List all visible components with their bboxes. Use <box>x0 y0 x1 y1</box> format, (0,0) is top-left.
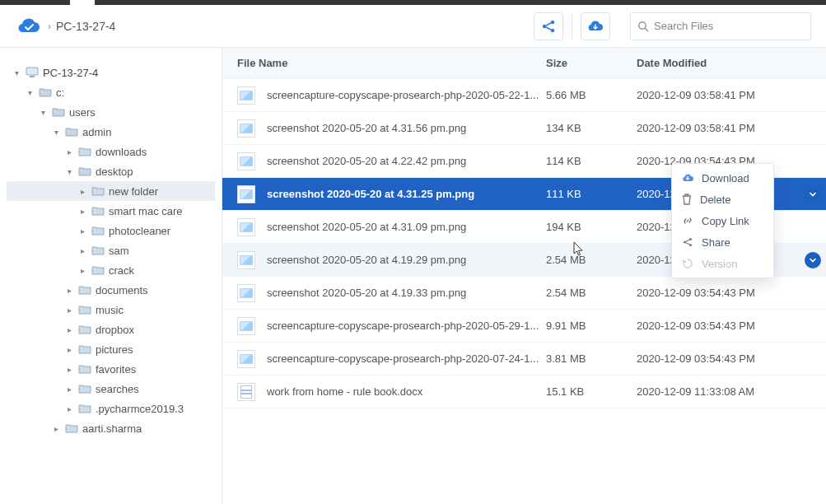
caret-down-icon[interactable]: ▾ <box>38 108 48 117</box>
tree-node-pycharm[interactable]: ▸ .pycharmce2019.3 <box>7 399 215 418</box>
svg-rect-5 <box>30 76 35 77</box>
tree-node-newfolder[interactable]: ▸ new folder <box>7 181 215 201</box>
caret-right-icon[interactable]: ▸ <box>51 424 61 433</box>
tree-label: crack <box>109 264 134 277</box>
breadcrumb-root[interactable]: PC-13-27-4 <box>56 20 115 33</box>
tree-label: admin <box>82 126 111 138</box>
tree-label: searches <box>96 383 139 395</box>
search-icon <box>637 21 649 32</box>
history-icon <box>682 258 693 269</box>
menu-item-version: Version <box>672 253 773 274</box>
file-row[interactable]: work from home - rule book.docx 15.1 KB … <box>222 376 826 408</box>
file-name: screencapture-copyscape-prosearch-php-20… <box>267 89 539 101</box>
caret-right-icon[interactable]: ▸ <box>64 325 74 334</box>
column-header-name[interactable]: File Name <box>222 57 546 69</box>
file-row[interactable]: screenshot 2020-05-20 at 4.31.56 pm.png … <box>222 112 826 145</box>
caret-down-icon[interactable]: ▾ <box>51 128 61 137</box>
caret-right-icon[interactable]: ▸ <box>64 385 74 394</box>
menu-item-share[interactable]: Share <box>672 231 773 253</box>
image-thumbnail-icon <box>237 218 255 236</box>
tree-node-c[interactable]: ▾ c: <box>7 82 215 102</box>
caret-down-icon[interactable]: ▾ <box>12 68 21 77</box>
caret-right-icon[interactable]: ▸ <box>77 207 87 216</box>
folder-open-icon <box>77 166 92 176</box>
active-tab-indicator <box>70 0 95 5</box>
cloud-download-icon <box>587 20 604 33</box>
tree-node-favorites[interactable]: ▸ favorites <box>7 359 215 379</box>
caret-right-icon[interactable]: ▸ <box>64 306 74 315</box>
tree-node-music[interactable]: ▸ music <box>7 300 215 320</box>
file-row[interactable]: screencapture-copyscape-prosearch-php-20… <box>222 79 826 112</box>
svg-point-0 <box>543 24 546 27</box>
file-row[interactable]: screencapture-copyscape-prosearch-php-20… <box>222 343 826 376</box>
tree-node-admin[interactable]: ▾ admin <box>7 122 215 142</box>
tree-node-documents[interactable]: ▸ documents <box>7 280 215 300</box>
tree-node-pc[interactable]: ▾ PC-13-27-4 <box>7 63 215 82</box>
caret-right-icon[interactable]: ▸ <box>64 404 74 413</box>
tree-node-photocleaner[interactable]: ▸ photocleaner <box>7 221 215 240</box>
folder-icon <box>77 344 92 354</box>
tree-node-pictures[interactable]: ▸ pictures <box>7 339 215 359</box>
caret-right-icon[interactable]: ▸ <box>77 246 87 255</box>
tree-node-sam[interactable]: ▸ sam <box>7 240 215 260</box>
row-actions-toggle[interactable] <box>805 186 821 203</box>
image-thumbnail-icon <box>237 350 255 368</box>
tree-node-searches[interactable]: ▸ searches <box>7 379 215 399</box>
columns-header: File Name Size Date Modified <box>222 48 826 79</box>
file-size: 2.54 MB <box>546 254 637 266</box>
caret-right-icon[interactable]: ▸ <box>77 266 87 275</box>
tree-node-downloads[interactable]: ▸ downloads <box>7 142 215 161</box>
tree-label: users <box>69 106 96 119</box>
folder-icon <box>91 226 105 236</box>
caret-down-icon[interactable]: ▾ <box>64 167 74 176</box>
tree-node-dropbox[interactable]: ▸ dropbox <box>7 320 215 339</box>
tree-node-aarti[interactable]: ▸ aarti.sharma <box>7 418 215 438</box>
menu-label: Copy Link <box>702 215 749 227</box>
caret-right-icon[interactable]: ▸ <box>64 345 74 354</box>
file-size: 114 KB <box>546 155 637 167</box>
tree-node-users[interactable]: ▾ users <box>7 102 215 122</box>
search-box[interactable] <box>630 12 811 40</box>
caret-down-icon[interactable]: ▾ <box>25 88 35 97</box>
share-button[interactable] <box>534 12 563 40</box>
cloud-logo-icon <box>15 13 41 40</box>
folder-icon <box>91 245 105 255</box>
menu-item-delete[interactable]: Delete <box>672 189 773 210</box>
caret-right-icon[interactable]: ▸ <box>77 187 87 196</box>
image-thumbnail-icon <box>237 152 255 170</box>
file-row[interactable]: screencapture-copyscape-prosearch-php-20… <box>222 310 826 343</box>
file-name: work from home - rule book.docx <box>267 385 422 398</box>
search-input[interactable] <box>654 20 804 32</box>
image-thumbnail-icon <box>237 86 255 105</box>
cloud-download-button[interactable] <box>581 12 610 40</box>
tree-node-smartmaccare[interactable]: ▸ smart mac care <box>7 201 215 221</box>
svg-point-3 <box>639 21 646 28</box>
caret-right-icon[interactable]: ▸ <box>64 365 74 374</box>
folder-icon <box>91 186 105 196</box>
caret-right-icon[interactable]: ▸ <box>64 286 74 295</box>
share-nodes-icon <box>541 19 556 34</box>
tree-label: aarti.sharma <box>82 422 142 435</box>
column-header-size[interactable]: Size <box>546 57 637 69</box>
tree-node-crack[interactable]: ▸ crack <box>7 260 215 280</box>
image-thumbnail-icon <box>237 284 255 302</box>
folder-tree: ▾ PC-13-27-4 ▾ c: ▾ users ▾ admin ▸ <box>0 48 222 504</box>
column-header-date[interactable]: Date Modified <box>637 57 826 69</box>
file-size: 194 KB <box>546 221 637 233</box>
image-thumbnail-icon <box>237 251 255 269</box>
tree-node-desktop[interactable]: ▾ desktop <box>7 161 215 181</box>
folder-icon <box>77 384 92 394</box>
link-icon <box>682 215 693 226</box>
file-row[interactable]: screenshot 2020-05-20 at 4.19.33 pm.png … <box>222 277 826 310</box>
caret-right-icon[interactable]: ▸ <box>77 226 87 236</box>
row-actions-toggle[interactable] <box>805 252 821 268</box>
tree-label: new folder <box>109 185 158 198</box>
menu-item-copylink[interactable]: Copy Link <box>672 210 773 231</box>
tree-label: c: <box>56 86 64 99</box>
file-context-menu: Download Delete Copy Link Share Version <box>671 163 774 278</box>
file-date: 2020-12-09 03:54:43 PM <box>637 287 826 299</box>
toolbar-actions <box>534 12 610 40</box>
caret-right-icon[interactable]: ▸ <box>64 147 74 156</box>
menu-label: Download <box>702 172 749 184</box>
menu-item-download[interactable]: Download <box>672 167 773 189</box>
